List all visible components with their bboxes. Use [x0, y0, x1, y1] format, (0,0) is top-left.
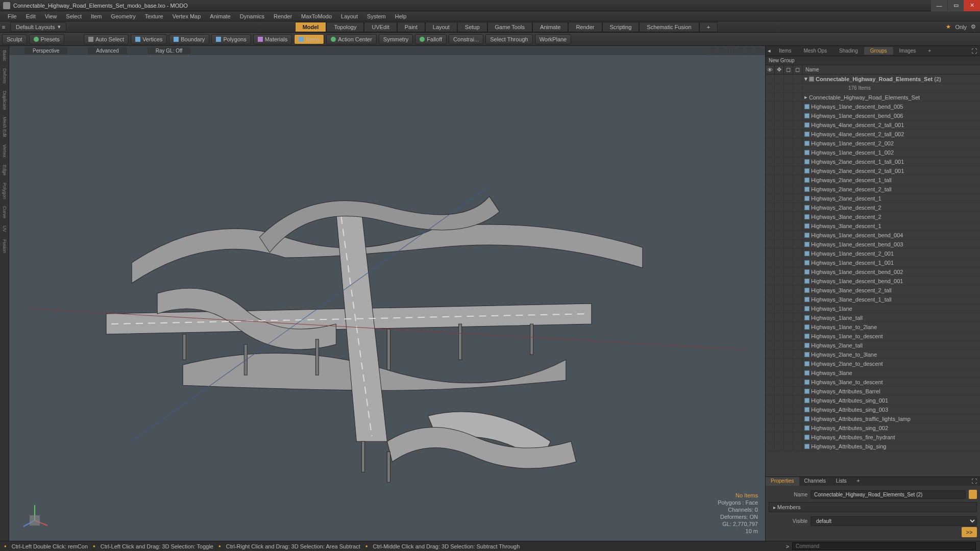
vtab-duplicate[interactable]: Duplicate	[2, 89, 7, 112]
tree-item[interactable]: Highways_3lane	[766, 368, 980, 378]
vtab-curve[interactable]: Curve	[2, 204, 7, 220]
forward-button[interactable]: >>	[962, 527, 977, 537]
members-header[interactable]: ▸ Members	[769, 502, 977, 512]
tree-folder[interactable]: ▸Connectable_Highway_Road_Elements_Set	[766, 93, 980, 102]
props-expand-icon[interactable]: ⛶	[968, 477, 980, 486]
tree-item[interactable]: Highways_2lane_descent_2_tall_001	[766, 166, 980, 176]
falloff-button[interactable]: Falloff	[415, 34, 447, 44]
tree-item[interactable]: Highways_2lane_descent_1_tall_001	[766, 157, 980, 166]
tree-item[interactable]: Highways_Attributes_sing_001	[766, 396, 980, 405]
tree-item[interactable]: Highways_1lane_descent_bend_001	[766, 277, 980, 286]
tree-item[interactable]: Highways_2lane_descent_2	[766, 203, 980, 212]
tree-item[interactable]: Highways_2lane_descent_1_tall	[766, 176, 980, 185]
tree-item[interactable]: Highways_3lane_to_descent	[766, 378, 980, 387]
name-field[interactable]	[811, 490, 966, 499]
selectthrough-button[interactable]: Select Through	[485, 34, 532, 44]
only-toggle[interactable]: Only	[955, 24, 967, 30]
viewport-raygl[interactable]: Ray GL: Off	[148, 47, 191, 54]
tab-shading[interactable]: Shading	[833, 47, 864, 55]
menu-view[interactable]: View	[40, 13, 62, 19]
menu-dynamics[interactable]: Dynamics	[235, 13, 269, 19]
tree-item[interactable]: Highways_1lane_to_descent	[766, 332, 980, 341]
viewport-rotate-icon[interactable]	[718, 47, 725, 54]
tab-images[interactable]: Images	[893, 47, 922, 55]
tree-item[interactable]: Highways_1lane_descent_1_002	[766, 148, 980, 157]
expand-icon[interactable]: ▾	[804, 76, 807, 82]
panel-chevron-left[interactable]: ◂	[766, 47, 773, 54]
tree-item[interactable]: Highways_4lane_descent_2_tall_001	[766, 120, 980, 130]
viewport-zoom-icon[interactable]	[727, 47, 734, 54]
vtab-vertex[interactable]: Vertex	[2, 142, 7, 160]
tab-add-panel[interactable]: +	[922, 47, 937, 55]
viewport-fit-icon[interactable]	[737, 47, 744, 54]
tree-item[interactable]: Highways_Attributes_traffic_lights_lamp	[766, 414, 980, 423]
ptab-add[interactable]: +	[851, 477, 865, 486]
vtab-edge[interactable]: Edge	[2, 163, 7, 178]
groups-tree[interactable]: ▾Connectable_Highway_Road_Elements_Set (…	[766, 74, 980, 477]
panel-expand-icon[interactable]: ⛶	[971, 48, 980, 54]
tab-setup[interactable]: Setup	[457, 22, 487, 32]
name-color-swatch[interactable]	[969, 490, 977, 499]
command-input[interactable]	[792, 542, 976, 550]
viewport-gear-icon[interactable]	[746, 47, 753, 54]
tree-item[interactable]: Highways_4lane_descent_2_tall_002	[766, 130, 980, 139]
col-select[interactable]: ✥	[775, 65, 784, 74]
tree-item[interactable]: Highways_2lane_descent_2_tall	[766, 185, 980, 194]
sculpt-button[interactable]: Sculpt	[2, 34, 27, 44]
tree-item[interactable]: Highways_Attributes_fire_hydrant	[766, 433, 980, 442]
tree-item[interactable]: Highways_2lane_to_descent	[766, 359, 980, 368]
tree-item[interactable]: Highways_3lane_descent_2	[766, 212, 980, 221]
menu-select[interactable]: Select	[61, 13, 86, 19]
layout-menu-icon[interactable]: ≡	[0, 24, 7, 30]
menu-geometry[interactable]: Geometry	[106, 13, 140, 19]
menu-layout[interactable]: Layout	[336, 13, 362, 19]
tab-layout[interactable]: Layout	[425, 22, 457, 32]
tree-item[interactable]: Highways_3lane_descent_2_tall	[766, 286, 980, 295]
tree-item[interactable]: Highways_Attributes_sing_003	[766, 405, 980, 414]
tree-item[interactable]: Highways_2lane_tall	[766, 341, 980, 350]
tab-scripting[interactable]: Scripting	[602, 22, 640, 32]
menu-system[interactable]: System	[362, 13, 390, 19]
tree-item[interactable]: Highways_2lane_to_3lane	[766, 350, 980, 359]
constraint-button[interactable]: Constrai...	[449, 34, 483, 44]
tree-item[interactable]: Highways_1lane_descent_1_001	[766, 258, 980, 267]
tab-uvedit[interactable]: UVEdit	[364, 22, 397, 32]
tree-item[interactable]: Highways_3lane_descent_1_tall	[766, 295, 980, 304]
menu-maxtomodo[interactable]: MaxToModo	[297, 13, 336, 19]
tree-item[interactable]: Highways_Attributes_big_sing	[766, 442, 980, 451]
menu-vertexmap[interactable]: Vertex Map	[168, 13, 206, 19]
tree-item[interactable]: Highways_1lane_descent_bend_005	[766, 102, 980, 111]
tree-item[interactable]: Highways_1lane_descent_bend_004	[766, 231, 980, 240]
vtab-deform[interactable]: Deform	[2, 66, 7, 86]
col-color[interactable]: ◻	[793, 65, 802, 74]
gear-icon[interactable]: ⚙	[971, 23, 976, 30]
menu-file[interactable]: File	[3, 13, 21, 19]
viewport-camera-mode[interactable]: Perspective	[24, 47, 67, 54]
actioncenter-button[interactable]: Action Center	[326, 34, 377, 44]
tab-add[interactable]: +	[699, 22, 718, 32]
vtab-uv[interactable]: UV	[2, 223, 7, 234]
tab-schematicfusion[interactable]: Schematic Fusion	[639, 22, 699, 32]
polygons-button[interactable]: Polygons	[211, 34, 251, 44]
menu-animate[interactable]: Animate	[205, 13, 235, 19]
tab-animate[interactable]: Animate	[532, 22, 568, 32]
menu-help[interactable]: Help	[390, 13, 411, 19]
vtab-basic[interactable]: Basic	[2, 48, 7, 63]
ptab-channels[interactable]: Channels	[799, 477, 831, 486]
presets-button[interactable]: Presets	[29, 34, 64, 44]
materials-button[interactable]: Materials	[253, 34, 292, 44]
window-minimize-button[interactable]: —	[931, 0, 947, 11]
window-maximize-button[interactable]: ▭	[947, 0, 964, 11]
menu-render[interactable]: Render	[269, 13, 297, 19]
tree-item[interactable]: Highways_2lane_descent_1	[766, 194, 980, 203]
tree-item[interactable]: Highways_1lane	[766, 304, 980, 313]
col-visibility[interactable]: 👁	[766, 65, 775, 74]
tab-groups[interactable]: Groups	[864, 47, 893, 55]
menu-item[interactable]: Item	[86, 13, 106, 19]
vtab-fusion[interactable]: Fusion	[2, 237, 7, 255]
tree-item[interactable]: Highways_Attributes_Barrel	[766, 387, 980, 396]
symmetry-button[interactable]: Symmetry	[379, 34, 413, 44]
tab-render[interactable]: Render	[568, 22, 602, 32]
tab-paint[interactable]: Paint	[397, 22, 425, 32]
tab-topology[interactable]: Topology	[326, 22, 364, 32]
